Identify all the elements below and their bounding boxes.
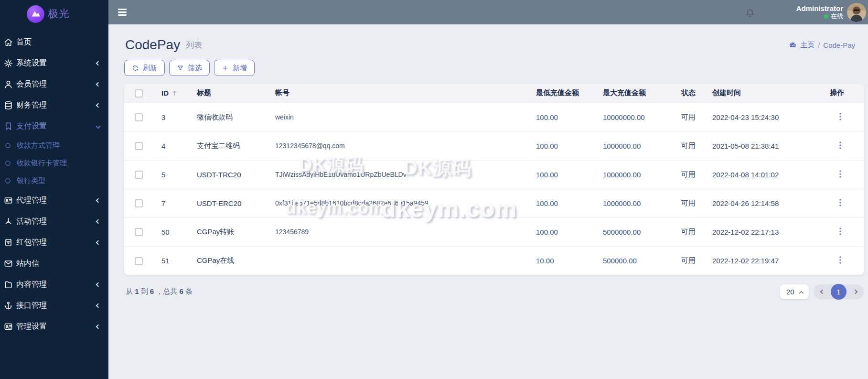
sidebar-item-system-settings[interactable]: 系统设置 xyxy=(0,53,108,74)
sidebar-item-redpacket-management[interactable]: 红包管理 xyxy=(0,232,108,253)
sort-up-icon[interactable] xyxy=(171,89,178,96)
sidebar-item-member-management[interactable]: 会员管理 xyxy=(0,74,108,95)
breadcrumb-home-link[interactable]: 主页 xyxy=(800,41,814,50)
filter-button[interactable]: 筛选 xyxy=(169,60,210,76)
sidebar: 极光 首页系统设置会员管理财务管理支付设置收款方式管理收款银行卡管理银行类型代理… xyxy=(0,0,108,379)
sidebar-item-admin-settings[interactable]: 管理设置 xyxy=(0,316,108,337)
redpacket-icon xyxy=(4,238,13,247)
refresh-icon xyxy=(132,65,139,72)
cell-status: 可用 xyxy=(681,103,712,131)
sidebar-item-label: 系统设置 xyxy=(16,58,96,68)
sidebar-subitem-bank-type[interactable]: 银行类型 xyxy=(0,172,108,190)
cell-status: 可用 xyxy=(681,131,712,160)
sidebar-subitem-payment-method-management[interactable]: 收款方式管理 xyxy=(0,137,108,154)
breadcrumb-separator: / xyxy=(818,41,820,49)
column-header-actions: 操作 xyxy=(830,84,864,103)
sidebar-item-agent-management[interactable]: 代理管理 xyxy=(0,190,108,211)
user-menu[interactable]: Administrator 在线 xyxy=(796,4,843,20)
row-actions-kebab-icon[interactable] xyxy=(836,256,844,264)
cell-created: 2022-12-02 22:17:13 xyxy=(712,217,830,246)
row-actions-kebab-icon[interactable] xyxy=(836,141,844,150)
add-button[interactable]: 新增 xyxy=(214,60,255,76)
row-actions-kebab-icon[interactable] xyxy=(836,170,844,178)
sidebar-item-api-management[interactable]: 接口管理 xyxy=(0,295,108,316)
refresh-button[interactable]: 刷新 xyxy=(124,60,165,76)
admin-icon xyxy=(4,322,13,331)
content-icon xyxy=(4,280,13,289)
sidebar-item-home[interactable]: 首页 xyxy=(0,32,108,53)
cell-select xyxy=(124,131,161,160)
row-actions-kebab-icon[interactable] xyxy=(836,227,844,236)
cell-id: 3 xyxy=(161,103,197,131)
sidebar-item-content-management[interactable]: 内容管理 xyxy=(0,274,108,295)
online-status-dot xyxy=(824,14,828,19)
sidebar-item-label: 首页 xyxy=(16,37,100,47)
cell-min: 100.00 xyxy=(536,217,603,246)
row-checkbox[interactable] xyxy=(135,199,143,207)
refresh-button-label: 刷新 xyxy=(143,64,157,73)
sidebar-item-finance-management[interactable]: 财务管理 xyxy=(0,95,108,116)
column-label: 帐号 xyxy=(275,88,289,97)
sidebar-item-label: 站内信 xyxy=(16,259,100,269)
row-checkbox[interactable] xyxy=(135,228,143,236)
avatar[interactable] xyxy=(847,3,866,22)
cell-actions xyxy=(830,189,864,217)
chevron-left-icon xyxy=(96,240,101,245)
column-label: 创建时间 xyxy=(712,88,741,97)
cell-created: 2022-12-02 22:19:47 xyxy=(712,246,830,275)
sidebar-item-site-mail[interactable]: 站内信 xyxy=(0,253,108,274)
row-checkbox[interactable] xyxy=(135,257,143,265)
current-page-button[interactable]: 1 xyxy=(831,284,847,300)
row-checkbox[interactable] xyxy=(135,142,143,150)
payment-icon xyxy=(4,122,13,131)
pager: 1 xyxy=(814,284,864,299)
cell-title: USDT-ERC20 xyxy=(197,189,275,217)
row-checkbox[interactable] xyxy=(135,113,143,121)
user-icon xyxy=(4,80,13,89)
cell-min: 100.00 xyxy=(536,160,603,189)
column-header-select xyxy=(124,84,161,103)
column-header-id[interactable]: ID xyxy=(161,84,197,103)
pagination-summary: 从 1 到 6 ，总共 6 条 xyxy=(124,287,193,296)
page-size-select[interactable]: 20 xyxy=(780,284,809,299)
cell-max: 500000.00 xyxy=(603,246,681,275)
cell-select xyxy=(124,217,161,246)
cell-id: 4 xyxy=(161,131,197,160)
next-page-button[interactable] xyxy=(852,289,858,295)
activity-icon xyxy=(4,217,13,226)
row-checkbox[interactable] xyxy=(135,171,143,179)
prev-page-button[interactable] xyxy=(819,289,825,295)
cell-title: CGPay在线 xyxy=(197,246,275,275)
cell-account: TJiWzissAdyiHbE1uUvamo1URpZbUeBLDv xyxy=(275,160,536,189)
topbar-right: Administrator 在线 xyxy=(745,3,866,22)
column-label: 最低充值金额 xyxy=(536,88,579,97)
home-icon xyxy=(4,38,13,47)
cell-actions xyxy=(830,246,864,275)
sidebar-subitem-bank-card-management[interactable]: 收款银行卡管理 xyxy=(0,154,108,172)
mail-icon xyxy=(4,259,13,268)
sidebar-item-label: 管理设置 xyxy=(16,322,96,332)
sidebar-item-activity-management[interactable]: 活动管理 xyxy=(0,211,108,232)
brand[interactable]: 极光 xyxy=(0,0,108,28)
menu-toggle-button[interactable] xyxy=(118,7,128,17)
notifications-bell-icon[interactable] xyxy=(745,7,755,18)
table-row: 4支付宝二维码12312345678@qq.com100.001000000.0… xyxy=(124,131,864,160)
row-actions-kebab-icon[interactable] xyxy=(836,112,844,121)
chevron-left-icon xyxy=(96,324,101,329)
row-actions-kebab-icon[interactable] xyxy=(836,198,844,207)
cell-max: 1000000.00 xyxy=(603,131,681,160)
sidebar-item-payment-settings[interactable]: 支付设置 xyxy=(0,116,108,137)
sidebar-subitem-label: 收款方式管理 xyxy=(17,141,60,150)
cell-min: 100.00 xyxy=(536,103,603,131)
agent-icon xyxy=(4,196,13,205)
topbar: Administrator 在线 xyxy=(108,0,868,24)
sidebar-item-label: 支付设置 xyxy=(16,121,96,131)
cell-title: CGPay转账 xyxy=(197,217,275,246)
data-table-card: ID标题帐号最低充值金额最大充值金额状态创建时间操作3微信收款码weixin10… xyxy=(124,84,864,275)
sidebar-item-label: 会员管理 xyxy=(16,79,96,89)
chevron-right-icon xyxy=(853,290,857,294)
cell-select xyxy=(124,160,161,189)
sidebar-item-label: 内容管理 xyxy=(16,280,96,290)
select-all-checkbox[interactable] xyxy=(135,89,143,97)
table-row: 50CGPay转账123456789100.005000000.00可用2022… xyxy=(124,217,864,246)
